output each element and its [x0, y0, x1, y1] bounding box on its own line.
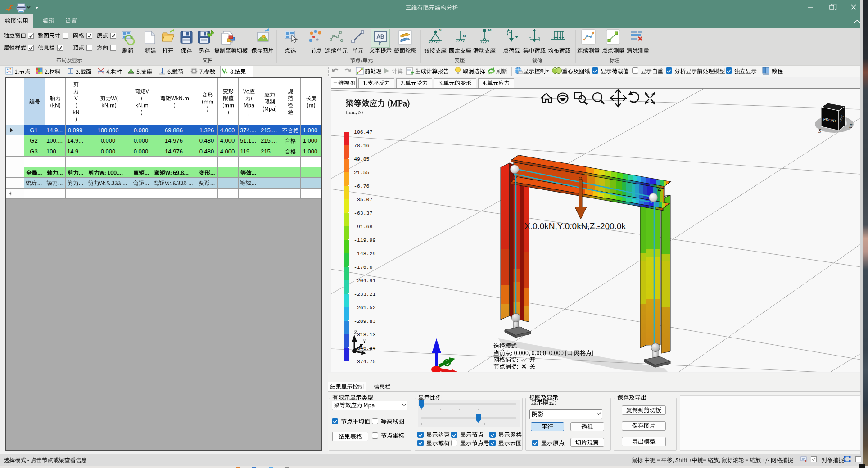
- svg-text:N: N: [463, 34, 466, 38]
- svg-text:X:0.0kN,Y:0.0kN,Z:-200.0k: X:0.0kN,Y:0.0kN,Z:-200.0k: [524, 221, 626, 231]
- svg-text:4: 4: [658, 186, 661, 193]
- svg-text:M: M: [488, 28, 492, 32]
- svg-text:N: N: [439, 28, 442, 32]
